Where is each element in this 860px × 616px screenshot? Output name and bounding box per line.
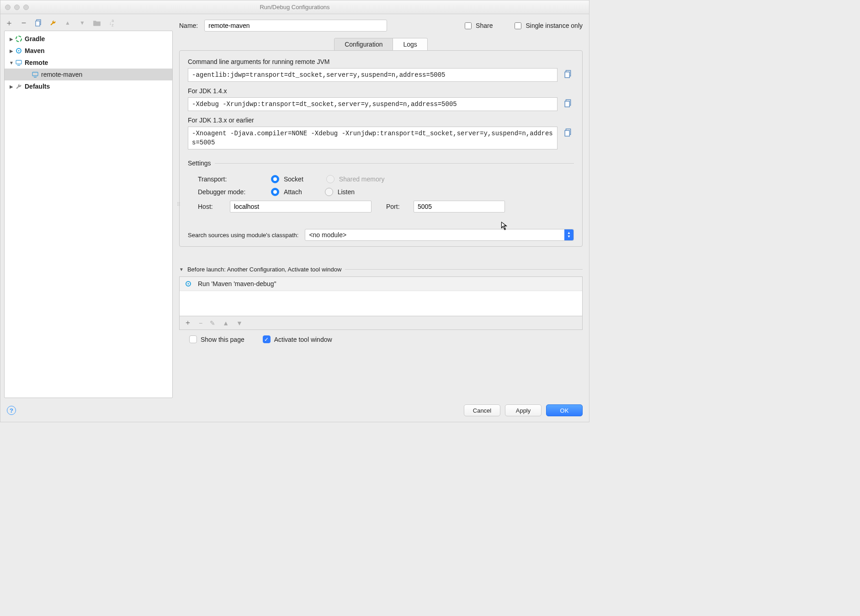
move-up-button[interactable]: ▲ [64,19,72,27]
show-this-page-label: Show this page [201,336,244,343]
bl-add-button[interactable]: ＋ [184,318,191,328]
svg-rect-12 [565,101,569,107]
collapse-icon[interactable]: ▼ [179,267,184,272]
svg-rect-10 [565,72,569,78]
copy-config-button[interactable] [34,19,42,27]
svg-rect-7 [32,72,38,76]
transport-shared-radio: Shared memory [326,175,385,183]
svg-point-2 [16,36,21,42]
ok-button[interactable]: OK [546,404,583,416]
classpath-label: Search sources using module's classpath: [188,232,298,239]
show-this-page-checkbox[interactable]: Show this page [189,335,244,343]
single-instance-checkbox[interactable]: Single instance only [513,21,583,31]
config-panel: Command line arguments for running remot… [179,50,583,247]
cmd-args-value[interactable]: -agentlib:jdwp=transport=dt_socket,serve… [188,68,557,82]
apply-button[interactable]: Apply [505,404,541,416]
titlebar: Run/Debug Configurations [0,0,589,14]
before-launch-title: Before launch: Another Configuration, Ac… [187,266,342,273]
move-down-button[interactable]: ▼ [78,19,86,27]
gradle-icon [15,35,23,43]
before-launch-toolbar: ＋ − ✎ ▲ ▼ [179,316,583,330]
sort-button[interactable]: ↓az [107,19,116,27]
left-panel: ＋ − ▲ ▼ ↓az ▶ [0,14,176,401]
transport-row: Transport: Socket Shared memory [198,175,574,183]
config-toolbar: ＋ − ▲ ▼ ↓az [4,17,173,31]
tree-label: Gradle [25,35,45,42]
collapse-icon[interactable]: ▼ [8,60,15,65]
expand-icon[interactable]: ▶ [8,48,15,53]
tree-node-maven[interactable]: ▶ Maven [5,45,172,57]
classpath-row: Search sources using module's classpath:… [188,229,574,241]
copy-icon[interactable] [564,97,574,111]
bl-edit-button[interactable]: ✎ [210,319,215,327]
tree-node-gradle[interactable]: ▶ Gradle [5,33,172,45]
name-row: Name: Share Single instance only [179,20,583,32]
tab-logs[interactable]: Logs [393,38,427,50]
name-input[interactable] [204,20,387,32]
config-tree[interactable]: ▶ Gradle ▶ Maven ▼ [4,31,173,398]
port-label: Port: [386,203,409,210]
transport-socket-radio[interactable]: Socket [271,175,303,183]
bl-remove-button[interactable]: − [199,319,202,327]
single-instance-check[interactable] [515,22,521,29]
debugger-listen-radio[interactable]: Listen [325,188,355,196]
debugger-attach-radio[interactable]: Attach [271,188,302,196]
jdk13-label: For JDK 1.3.x or earlier [188,117,574,124]
tree-label: Remote [25,59,48,66]
before-launch-list[interactable]: Run 'Maven 'maven-debug'' [179,276,583,316]
copy-icon[interactable] [564,127,574,149]
before-launch-header[interactable]: ▼ Before launch: Another Configuration, … [179,266,583,273]
before-launch-item-label: Run 'Maven 'maven-debug'' [198,280,276,287]
tree-label: remote-maven [41,71,82,78]
bl-up-button[interactable]: ▲ [223,319,229,327]
settings-grid: Transport: Socket Shared memory Debugger… [188,167,574,221]
cancel-button[interactable]: Cancel [464,404,500,416]
host-label: Host: [198,203,225,210]
tree-label: Maven [25,47,45,54]
folder-icon[interactable] [93,19,101,27]
activate-tool-window-checkbox[interactable]: Activate tool window [263,335,332,343]
body: ＋ − ▲ ▼ ↓az ▶ [0,14,589,401]
help-button[interactable]: ? [7,406,16,415]
expand-icon[interactable]: ▶ [8,84,15,89]
host-input[interactable] [230,201,372,212]
tree-node-defaults[interactable]: ▶ Defaults [5,80,172,92]
window-title: Run/Debug Configurations [0,4,589,11]
jdk14-value[interactable]: -Xdebug -Xrunjdwp:transport=dt_socket,se… [188,97,557,111]
jdk13-value[interactable]: -Xnoagent -Djava.compiler=NONE -Xdebug -… [188,127,557,149]
port-input[interactable] [414,201,505,212]
share-checkbox[interactable]: Share [463,21,493,31]
activate-tool-window-label: Activate tool window [274,336,332,343]
split-grip[interactable]: ⠿ [177,202,181,207]
select-arrows-icon: ▲▼ [564,229,573,240]
bl-down-button[interactable]: ▼ [236,319,243,327]
svg-point-4 [18,50,20,52]
tabbar: Configuration Logs [179,38,583,50]
footer: ? Cancel Apply OK [0,401,589,422]
right-panel: Name: Share Single instance only Configu… [176,14,589,401]
tree-node-remote-maven[interactable]: remote-maven [5,69,172,80]
tab-configuration[interactable]: Configuration [334,38,393,50]
svg-point-16 [188,283,189,285]
gear-run-icon [184,280,192,288]
before-launch-item[interactable]: Run 'Maven 'maven-debug'' [180,277,582,291]
copy-icon[interactable] [564,68,574,82]
save-config-button[interactable] [49,19,57,27]
remove-config-button[interactable]: − [20,19,28,27]
single-instance-label: Single instance only [526,22,583,29]
radio-label: Shared memory [339,175,385,183]
share-label: Share [476,22,493,29]
share-check[interactable] [465,22,472,29]
debugger-mode-label: Debugger mode: [198,188,266,196]
svg-rect-14 [565,131,569,136]
radio-label: Attach [284,188,302,196]
run-debug-config-window: Run/Debug Configurations ＋ − ▲ ▼ ↓az [0,0,589,422]
classpath-select[interactable]: <no module> ▲▼ [305,229,574,241]
host-port-row: Host: Port: [198,201,574,212]
radio-label: Listen [338,188,355,196]
remote-icon [31,70,39,79]
tree-node-remote[interactable]: ▼ Remote [5,57,172,69]
add-config-button[interactable]: ＋ [5,19,13,27]
radio-label: Socket [284,175,303,183]
expand-icon[interactable]: ▶ [8,37,15,42]
